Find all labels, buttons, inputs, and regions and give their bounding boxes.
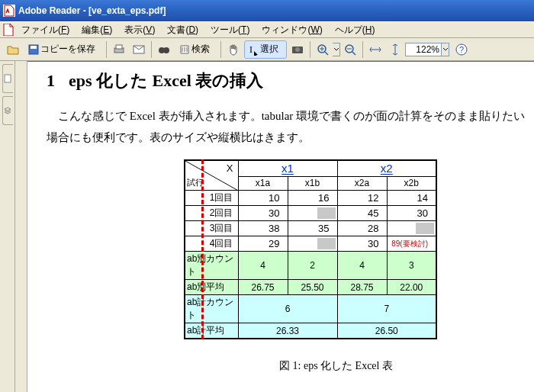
- menu-window[interactable]: ウィンドウ(W): [256, 22, 328, 38]
- layers-tab-icon[interactable]: [2, 96, 13, 125]
- separator: [220, 41, 221, 58]
- toolbar: コピーを保存 検索 I選択 ?: [0, 38, 534, 61]
- menu-file[interactable]: ファイル(F): [15, 22, 76, 38]
- table-row: ab別カウント4243: [185, 252, 436, 280]
- separator: [106, 41, 107, 58]
- svg-text:?: ?: [459, 45, 464, 54]
- table-row: ab計平均26.3326.50: [185, 323, 436, 339]
- open-icon[interactable]: [4, 40, 22, 59]
- zoom-dropdown-icon[interactable]: [442, 43, 449, 56]
- binoculars-icon[interactable]: [155, 40, 173, 59]
- snapshot-icon[interactable]: [288, 40, 307, 59]
- fit-page-icon[interactable]: [386, 40, 404, 59]
- hand-tool-icon[interactable]: [224, 40, 243, 59]
- content-area: 1eps 化した Excel 表の挿入 こんな感じで Excel 表が挿入されま…: [0, 61, 534, 392]
- document-icon: [3, 24, 14, 36]
- table-row: 2回目304530: [185, 206, 436, 221]
- body-paragraph: こんな感じで Excel 表が挿入されます。tabular 環境で書くのが面の計…: [47, 106, 534, 149]
- col-x1: x1: [281, 162, 294, 175]
- menu-document[interactable]: 文書(D): [161, 22, 204, 38]
- svg-rect-15: [5, 75, 11, 82]
- svg-rect-4: [116, 45, 122, 49]
- svg-rect-2: [31, 46, 37, 49]
- navigation-tabs: [0, 61, 15, 392]
- fit-width-icon[interactable]: [366, 40, 384, 59]
- svg-text:I: I: [249, 44, 253, 55]
- col-x2: x2: [381, 162, 393, 175]
- svg-point-10: [295, 47, 300, 52]
- separator: [151, 41, 152, 58]
- separator: [310, 41, 310, 58]
- dropdown-icon[interactable]: [333, 43, 340, 56]
- select-tool-button[interactable]: I選択: [244, 40, 287, 59]
- pdf-page: 1eps 化した Excel 表の挿入 こんな感じで Excel 表が挿入されま…: [27, 61, 534, 392]
- table-row: ab別平均26.7525.5028.7522.00: [185, 280, 436, 295]
- zoom-out-icon[interactable]: [341, 40, 359, 59]
- table-row: 3回目383528: [185, 221, 436, 236]
- separator: [362, 41, 363, 58]
- save-copy-button[interactable]: コピーを保存: [24, 40, 103, 59]
- zoom-input[interactable]: [405, 43, 442, 56]
- app-icon: [3, 5, 15, 17]
- menu-view[interactable]: 表示(V): [118, 22, 161, 38]
- table-row: 1回目10161214: [185, 191, 436, 206]
- table-row: ab計カウント67: [185, 295, 436, 323]
- svg-point-7: [163, 47, 169, 53]
- menu-edit[interactable]: 編集(E): [76, 22, 118, 38]
- section-heading: 1eps 化した Excel 表の挿入: [47, 69, 534, 92]
- search-button[interactable]: 検索: [175, 40, 217, 59]
- figure-caption: 図 1: eps 化した Excel 表: [138, 359, 534, 373]
- titlebar: Adobe Reader - [ve_exta_eps.pdf]: [0, 0, 534, 21]
- menu-help[interactable]: ヘルプ(H): [329, 22, 381, 38]
- window-title: Adobe Reader - [ve_exta_eps.pdf]: [18, 5, 166, 16]
- zoom-in-icon[interactable]: [314, 40, 332, 59]
- pages-tab-icon[interactable]: [2, 64, 13, 93]
- menubar: ファイル(F) 編集(E) 表示(V) 文書(D) ツール(T) ウィンドウ(W…: [0, 21, 534, 38]
- diag-header: X 試行: [185, 160, 238, 191]
- table-row: 4回目293089(要検討): [185, 236, 436, 252]
- excel-table: X 試行 x1 x2 x1a x1b x2a x2b 1回目10161214 2…: [184, 159, 437, 340]
- menu-tools[interactable]: ツール(T): [204, 22, 256, 38]
- mail-icon[interactable]: [130, 40, 148, 59]
- help-icon[interactable]: ?: [452, 40, 471, 59]
- print-icon[interactable]: [110, 40, 128, 59]
- scroll-gutter: [15, 61, 27, 392]
